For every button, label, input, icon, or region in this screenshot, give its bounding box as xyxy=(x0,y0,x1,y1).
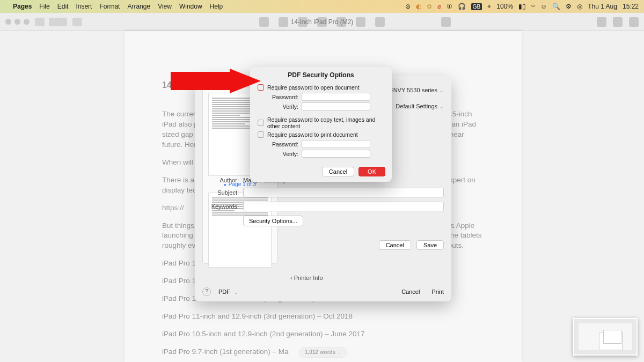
pdf-save-button[interactable]: Save xyxy=(416,240,444,250)
status-icon[interactable]: ◐ xyxy=(416,3,421,10)
toolbar: 14-inch iPad Pro (M2) xyxy=(0,13,644,31)
format-button[interactable] xyxy=(597,17,606,27)
spotlight-icon[interactable]: 🔍 xyxy=(552,3,560,10)
view-button[interactable] xyxy=(35,18,45,26)
toolbar-icon[interactable] xyxy=(279,17,288,27)
subject-label: Subject: xyxy=(207,189,239,196)
open-password-field[interactable] xyxy=(302,93,370,101)
toolbar-icon[interactable] xyxy=(375,17,385,27)
window-title: 14-inch iPad Pro (M2) xyxy=(291,18,354,26)
print-button[interactable]: Print xyxy=(431,289,444,295)
password-label: Password: xyxy=(272,94,298,100)
require-open-password-label: Require password to open document xyxy=(267,84,360,91)
menu-format[interactable]: Format xyxy=(99,3,120,10)
require-open-password-checkbox[interactable] xyxy=(258,84,264,91)
keywords-label: Keywords: xyxy=(207,203,239,210)
require-print-password-checkbox[interactable] xyxy=(258,131,264,138)
pdf-menu[interactable]: PDF ⌄ xyxy=(218,289,238,295)
document-button[interactable] xyxy=(613,17,623,27)
battery-icon[interactable]: ▮▯ xyxy=(518,3,526,10)
subject-field[interactable] xyxy=(243,188,444,197)
require-copy-password-checkbox[interactable] xyxy=(258,120,264,126)
menu-window[interactable]: Window xyxy=(179,3,202,10)
pdf-security-dialog: PDF Security Options Require password to… xyxy=(250,67,392,182)
security-ok-button[interactable]: OK xyxy=(358,167,385,176)
status-icon[interactable]: ⊜ xyxy=(405,3,411,10)
menu-view[interactable]: View xyxy=(158,3,172,10)
wifi-icon[interactable]: ⌔ xyxy=(531,3,535,10)
help-button[interactable]: ? xyxy=(202,287,211,296)
menu-bar: Pages File Edit Insert Format Arrange Vi… xyxy=(0,0,644,13)
siri-icon[interactable]: ◎ xyxy=(577,3,582,10)
screenshot-thumbnail[interactable] xyxy=(573,318,638,356)
presets-select[interactable]: Default Settings⌄ xyxy=(396,103,444,109)
security-options-button[interactable]: Security Options... xyxy=(243,216,303,226)
window-controls[interactable] xyxy=(5,19,30,25)
status-icon[interactable]: ① xyxy=(447,3,452,10)
zoom-button[interactable] xyxy=(49,18,67,26)
share-button[interactable] xyxy=(441,17,451,27)
toolbar-icon[interactable] xyxy=(356,17,365,27)
dialog-title: PDF Security Options xyxy=(250,67,392,84)
menu-help[interactable]: Help xyxy=(210,3,223,10)
perm-password-field[interactable] xyxy=(302,140,370,148)
control-center-icon[interactable]: ⚙ xyxy=(566,3,572,10)
password-label: Password: xyxy=(272,141,298,147)
require-print-password-label: Require password to print document xyxy=(267,131,358,138)
print-cancel-button[interactable]: Cancel xyxy=(401,289,420,295)
menu-date[interactable]: Thu 1 Aug xyxy=(588,3,617,10)
bluetooth-icon[interactable]: ⌖ xyxy=(487,3,491,10)
headphones-icon[interactable]: 🎧 xyxy=(458,3,466,10)
user-icon[interactable]: ☺ xyxy=(540,3,547,10)
menu-time[interactable]: 15:22 xyxy=(623,3,639,10)
menu-edit[interactable]: Edit xyxy=(57,3,69,10)
language-indicator[interactable]: GB xyxy=(471,3,482,10)
verify-label: Verify: xyxy=(272,104,298,110)
require-copy-password-label: Require password to copy text, images an… xyxy=(267,116,384,129)
insert-button[interactable] xyxy=(72,18,82,26)
author-label: Author: xyxy=(207,177,239,183)
perm-verify-field[interactable] xyxy=(302,150,370,158)
security-cancel-button[interactable]: Cancel xyxy=(322,167,354,176)
keywords-field[interactable] xyxy=(243,202,444,211)
menu-file[interactable]: File xyxy=(39,3,49,10)
menu-insert[interactable]: Insert xyxy=(76,3,92,10)
printer-info-link[interactable]: ‹ Printer Info xyxy=(290,275,323,281)
status-icon[interactable]: ⌀ xyxy=(437,3,441,10)
pdf-cancel-button[interactable]: Cancel xyxy=(379,240,411,250)
collab-button[interactable] xyxy=(629,17,639,27)
verify-label: Verify: xyxy=(272,151,298,157)
status-icon[interactable]: ✿ xyxy=(427,3,432,10)
app-menu[interactable]: Pages xyxy=(13,3,32,10)
menu-arrange[interactable]: Arrange xyxy=(127,3,150,10)
open-verify-field[interactable] xyxy=(302,102,370,110)
battery-text: 100% xyxy=(496,3,513,10)
toolbar-icon[interactable] xyxy=(259,17,269,27)
